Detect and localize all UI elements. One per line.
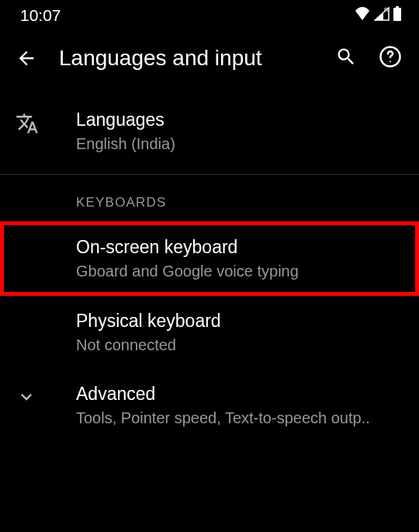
app-header: Languages and input (0, 31, 419, 95)
physical-keyboard-text: Physical keyboard Not connected (16, 310, 403, 355)
physical-keyboard-item[interactable]: Physical keyboard Not connected (0, 296, 419, 369)
wifi-icon (354, 7, 371, 24)
languages-item[interactable]: Languages English (India) (0, 95, 419, 168)
search-button[interactable] (335, 46, 357, 71)
search-icon (335, 46, 357, 68)
chevron-down-icon (16, 383, 56, 408)
back-arrow-icon (16, 47, 37, 69)
physical-keyboard-title: Physical keyboard (76, 310, 403, 333)
languages-subtitle: English (India) (76, 134, 403, 154)
page-title: Languages and input (59, 46, 313, 71)
back-button[interactable] (16, 47, 37, 69)
advanced-text: Advanced Tools, Pointer speed, Text-to-s… (56, 383, 403, 428)
advanced-item[interactable]: Advanced Tools, Pointer speed, Text-to-s… (0, 369, 419, 442)
battery-icon (393, 6, 402, 25)
onscreen-keyboard-item[interactable]: On-screen keyboard Gboard and Google voi… (0, 221, 419, 296)
svg-text:R: R (384, 7, 389, 13)
languages-text: Languages English (India) (56, 109, 403, 154)
physical-keyboard-subtitle: Not connected (76, 335, 403, 355)
svg-rect-2 (393, 8, 401, 21)
help-button[interactable] (379, 45, 402, 71)
languages-title: Languages (76, 109, 403, 132)
svg-point-4 (390, 61, 391, 62)
svg-rect-1 (396, 6, 399, 8)
help-icon (379, 45, 402, 68)
onscreen-keyboard-subtitle: Gboard and Google voice typing (76, 261, 403, 281)
advanced-subtitle: Tools, Pointer speed, Text-to-speech out… (76, 408, 403, 428)
signal-icon: R (374, 7, 390, 24)
onscreen-keyboard-text: On-screen keyboard Gboard and Google voi… (16, 236, 403, 281)
status-time: 10:07 (20, 6, 61, 25)
status-icons: R (354, 6, 402, 25)
translate-icon (16, 109, 56, 135)
header-actions (335, 45, 402, 71)
status-bar: 10:07 R (0, 0, 419, 31)
onscreen-keyboard-title: On-screen keyboard (76, 236, 403, 259)
keyboards-section-header: KEYBOARDS (0, 175, 419, 221)
advanced-title: Advanced (76, 383, 403, 406)
settings-list: Languages English (India) KEYBOARDS On-s… (0, 95, 419, 442)
